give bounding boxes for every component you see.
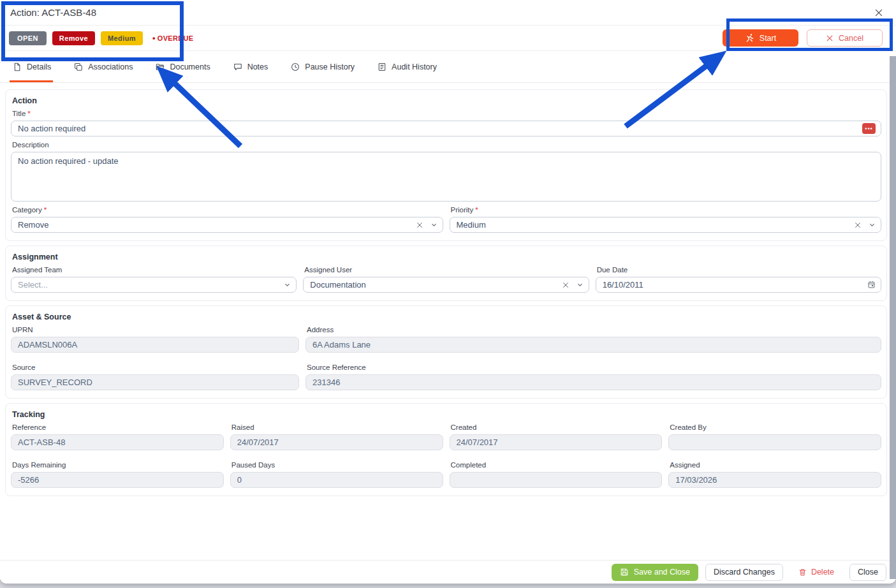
source-reference-label: Source Reference	[307, 364, 881, 371]
section-asset-source: Asset & Source UPRN Address Source Sourc…	[5, 305, 887, 399]
toolbar-actions: Start Cancel	[723, 29, 887, 47]
title-label: Title*	[12, 110, 881, 117]
close-button[interactable]: Close	[849, 564, 886, 581]
paused-days-label: Paused Days	[231, 461, 443, 469]
overdue-label: OVERDUE	[158, 34, 194, 42]
address-input	[305, 337, 881, 353]
tab-documents[interactable]: Documents	[156, 51, 210, 82]
required-mark: *	[44, 206, 47, 214]
tab-details[interactable]: Details	[13, 51, 51, 82]
vertical-scrollbar[interactable]	[890, 56, 896, 579]
delete-button[interactable]: Delete	[795, 564, 838, 581]
assigned-team-select[interactable]	[11, 277, 297, 293]
action-dialog: Action: ACT-ASB-48 OPEN Remove Medium • …	[0, 0, 896, 584]
uprn-label: UPRN	[12, 326, 299, 334]
overdue-indicator: • OVERDUE	[152, 34, 193, 42]
status-badge: OPEN	[9, 31, 47, 45]
tab-associations[interactable]: Associations	[74, 51, 133, 82]
discard-changes-button[interactable]: Discard Changes	[705, 564, 783, 581]
dialog-toolbar: OPEN Remove Medium • OVERDUE Start Cance…	[0, 26, 896, 51]
tab-label: Associations	[88, 62, 133, 71]
start-button[interactable]: Start	[723, 29, 798, 47]
folder-icon	[156, 62, 165, 71]
days-remaining-input	[11, 472, 224, 488]
reference-input	[11, 434, 224, 450]
clear-icon[interactable]	[416, 221, 423, 229]
created-by-input	[668, 434, 881, 450]
trash-icon	[798, 568, 807, 577]
chevron-down-icon[interactable]	[869, 221, 876, 228]
runner-icon	[745, 33, 754, 43]
reference-label: Reference	[12, 423, 224, 431]
source-label: Source	[12, 364, 299, 371]
priority-badge: Medium	[101, 31, 143, 45]
assigned-label: Assigned	[670, 461, 881, 469]
text-templates-icon[interactable]: •••	[862, 123, 876, 134]
close-icon[interactable]	[872, 6, 886, 20]
assigned-team-label: Assigned Team	[12, 266, 297, 274]
file-icon	[13, 62, 22, 71]
cancel-button-label: Cancel	[839, 34, 863, 43]
speech-bubble-icon	[233, 62, 242, 71]
tab-notes[interactable]: Notes	[233, 51, 268, 82]
source-reference-input	[305, 374, 881, 390]
section-heading: Action	[10, 94, 883, 105]
completed-input	[450, 472, 663, 488]
bullet-icon: •	[152, 34, 156, 42]
required-mark: *	[27, 110, 30, 117]
priority-label: Priority*	[451, 206, 882, 214]
start-button-label: Start	[760, 34, 776, 43]
clear-icon[interactable]	[562, 281, 569, 289]
tab-label: Audit History	[392, 62, 437, 71]
description-textarea[interactable]: No action required - update	[11, 152, 881, 202]
chevron-down-icon[interactable]	[577, 281, 584, 288]
tab-label: Documents	[170, 62, 210, 71]
tab-label: Notes	[247, 62, 268, 71]
created-by-label: Created By	[670, 423, 881, 431]
description-label: Description	[12, 141, 881, 149]
tab-label: Pause History	[305, 62, 355, 71]
tab-pause-history[interactable]: Pause History	[291, 51, 355, 82]
chevron-down-icon[interactable]	[430, 221, 437, 228]
section-heading: Tracking	[10, 408, 883, 419]
raised-input	[230, 434, 443, 450]
details-tab-content: Action Title* ••• Description No action …	[0, 83, 896, 560]
paused-days-input	[230, 472, 443, 488]
dialog-footer: Save and Close Discard Changes Delete Cl…	[0, 560, 896, 584]
uprn-input	[11, 337, 299, 353]
title-input[interactable]	[11, 121, 881, 136]
section-action: Action Title* ••• Description No action …	[5, 89, 887, 241]
clock-icon	[291, 62, 300, 71]
tab-bar: Details Associations Documents Notes Pau…	[0, 51, 896, 83]
due-date-input[interactable]	[596, 277, 881, 293]
save-and-close-button[interactable]: Save and Close	[612, 564, 698, 581]
assigned-user-label: Assigned User	[304, 266, 589, 274]
category-combobox[interactable]	[11, 217, 443, 233]
required-mark: *	[475, 206, 478, 214]
tab-label: Details	[27, 62, 51, 71]
days-remaining-label: Days Remaining	[12, 461, 224, 469]
dialog-header: Action: ACT-ASB-48	[0, 0, 896, 26]
created-label: Created	[451, 423, 663, 431]
page-title: Action: ACT-ASB-48	[10, 7, 96, 18]
chevron-down-icon[interactable]	[284, 281, 291, 288]
priority-combobox[interactable]	[450, 217, 882, 233]
journal-icon	[378, 62, 386, 71]
tab-audit-history[interactable]: Audit History	[378, 51, 437, 82]
created-input	[450, 434, 663, 450]
completed-label: Completed	[451, 461, 663, 469]
section-heading: Assignment	[10, 250, 883, 261]
raised-label: Raised	[231, 423, 443, 431]
delete-label: Delete	[811, 568, 834, 577]
clear-icon[interactable]	[854, 221, 862, 229]
cancel-button[interactable]: Cancel	[807, 29, 883, 47]
x-icon	[826, 34, 834, 42]
assigned-user-combobox[interactable]	[303, 277, 589, 293]
section-tracking: Tracking Reference Raised Created Create…	[5, 403, 887, 496]
section-assignment: Assignment Assigned Team Assigned User	[5, 246, 887, 301]
calendar-icon[interactable]	[867, 281, 876, 289]
due-date-label: Due Date	[597, 266, 881, 274]
section-heading: Asset & Source	[10, 310, 883, 321]
save-and-close-label: Save and Close	[634, 568, 690, 577]
address-label: Address	[307, 326, 881, 334]
